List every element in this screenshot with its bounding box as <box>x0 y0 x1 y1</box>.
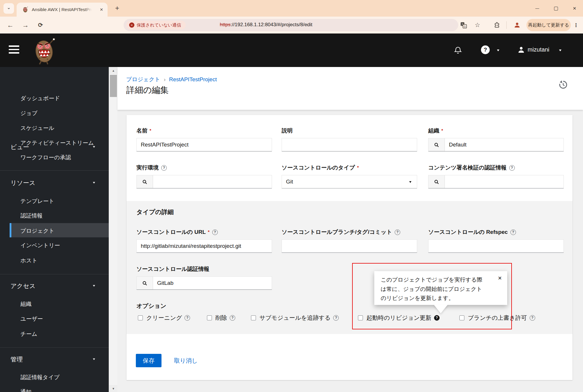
not-secure-badge[interactable]: 保護されていない通信 <box>126 21 186 29</box>
branch-override-checkbox[interactable] <box>459 315 464 320</box>
page-scrollbar[interactable] <box>109 67 117 392</box>
sidebar-item-projects[interactable]: プロジェクト <box>20 227 55 235</box>
extensions-icon[interactable] <box>493 22 500 29</box>
sidebar-item-credential-types[interactable]: 認証情報タイプ <box>20 374 59 381</box>
chevron-down-icon[interactable] <box>92 283 96 288</box>
help-icon[interactable] <box>333 315 339 321</box>
help-dropdown-caret-icon[interactable] <box>496 48 500 52</box>
scm-credential-label: ソースコントロール認証情報 <box>136 266 272 273</box>
scm-refspec-input[interactable] <box>428 239 564 253</box>
search-icon <box>434 142 439 148</box>
track-submodules-checkbox[interactable] <box>251 315 256 320</box>
breadcrumb-projects-link[interactable]: プロジェクト <box>126 76 160 83</box>
help-icon[interactable] <box>509 165 515 171</box>
tooltip-popover: このプロジェクトでジョブを実行する際は常に、ジョブの開始前にプロジェクトのリビジ… <box>374 271 507 305</box>
sidebar-divider <box>0 170 109 171</box>
sidebar-section-administration[interactable]: 管理 <box>10 355 23 363</box>
sidebar-item-workflow-approvals[interactable]: ワークフローの承認 <box>20 154 71 161</box>
svg-text:G: G <box>463 25 466 28</box>
signature-credential-search-button[interactable] <box>429 175 445 188</box>
chevron-down-icon[interactable] <box>92 180 96 185</box>
window-close-button[interactable] <box>569 3 580 14</box>
update-revision-checkbox[interactable] <box>358 315 363 320</box>
sidebar-item-schedules[interactable]: スケジュール <box>20 124 54 132</box>
awx-mascot-logo[interactable] <box>30 36 59 66</box>
window-controls <box>532 0 580 17</box>
help-icon[interactable] <box>161 165 167 171</box>
help-icon[interactable] <box>481 45 490 54</box>
help-icon[interactable] <box>510 229 516 235</box>
browser-menu-icon[interactable] <box>573 21 579 29</box>
user-icon[interactable] <box>517 46 525 54</box>
clean-checkbox[interactable] <box>138 315 143 320</box>
name-input[interactable] <box>136 138 272 151</box>
sidebar-item-credentials[interactable]: 認証情報 <box>20 212 43 220</box>
profile-avatar-icon[interactable] <box>514 22 521 29</box>
window-maximize-button[interactable] <box>550 3 561 14</box>
not-secure-icon <box>129 22 134 28</box>
scm-credential-search-button[interactable] <box>137 277 153 289</box>
nav-toggle-icon[interactable] <box>9 45 20 55</box>
sidebar-item-dashboard[interactable]: ダッシュボード <box>20 95 60 102</box>
scm-credential-input[interactable] <box>153 277 272 289</box>
cancel-link[interactable]: 取り消し <box>174 357 198 365</box>
toolbar-divider <box>506 21 507 29</box>
window-minimize-button[interactable] <box>532 3 543 14</box>
scrollbar-up-icon[interactable] <box>109 67 118 74</box>
sidebar-section-access[interactable]: アクセス <box>10 282 36 290</box>
new-tab-button[interactable] <box>113 3 122 13</box>
organization-search-button[interactable] <box>429 138 445 151</box>
breadcrumb-project-link[interactable]: RestAPITestProject <box>169 76 217 83</box>
browser-tab[interactable]: Ansible AWX | RestAPITestProjec <box>17 3 108 17</box>
translate-icon[interactable]: 文G <box>460 22 467 29</box>
save-button[interactable]: 保存 <box>136 354 161 367</box>
back-icon[interactable] <box>6 21 15 29</box>
sidebar-item-activity-stream[interactable]: アクティビティーストリーム <box>20 139 94 147</box>
description-input[interactable] <box>282 138 417 151</box>
sidebar-item-hosts[interactable]: ホスト <box>20 257 37 264</box>
bookmark-star-icon[interactable] <box>474 22 481 29</box>
sidebar-item-users[interactable]: ユーザー <box>20 315 43 323</box>
scm-branch-input[interactable] <box>282 239 417 253</box>
scm-url-input[interactable] <box>136 239 272 253</box>
chevron-down-icon[interactable] <box>92 357 96 361</box>
sidebar-item-inventories[interactable]: インベントリー <box>20 242 60 249</box>
user-dropdown-caret-icon[interactable] <box>558 48 562 52</box>
reload-icon[interactable] <box>36 21 45 29</box>
sidebar-item-templates[interactable]: テンプレート <box>20 197 54 205</box>
sidebar-item-jobs[interactable]: ジョブ <box>20 110 37 117</box>
delete-checkbox[interactable] <box>207 315 212 320</box>
forward-icon[interactable] <box>21 21 30 29</box>
url-text[interactable]: https://192.168.1.12:8043/#/projects/8/e… <box>220 22 312 28</box>
sidebar-section-resources[interactable]: リソース <box>10 179 35 187</box>
tab-title-fade <box>85 6 94 14</box>
url-scheme: https <box>220 22 231 27</box>
scm-type-select[interactable]: Git <box>282 175 417 188</box>
help-icon[interactable] <box>530 315 535 321</box>
tab-search-button[interactable] <box>3 3 14 14</box>
signature-credential-input[interactable] <box>445 175 563 188</box>
username-label[interactable]: mizutani <box>528 46 549 53</box>
execution-env-search-button[interactable] <box>137 175 153 188</box>
content-area: 名前* 説明 組織* 実行環境 <box>117 110 583 392</box>
sidebar-item-organizations[interactable]: 組織 <box>20 300 31 308</box>
notifications-bell-icon[interactable] <box>454 46 462 54</box>
tab-close-icon[interactable] <box>98 6 105 13</box>
help-icon[interactable] <box>212 229 218 235</box>
help-icon[interactable] <box>230 315 235 321</box>
scm-type-label: ソースコントロールのタイプ* <box>282 164 417 171</box>
restart-update-button[interactable]: 再起動して更新する <box>526 19 571 31</box>
sidebar-item-teams[interactable]: チーム <box>20 330 37 338</box>
option-label: 削除 <box>215 314 227 322</box>
organization-input[interactable] <box>445 138 563 151</box>
address-bar[interactable]: 保護されていない通信 https://192.168.1.12:8043/#/p… <box>124 19 458 31</box>
help-icon-active[interactable] <box>434 315 440 321</box>
help-icon[interactable] <box>395 229 400 235</box>
tooltip-close-icon[interactable] <box>498 275 502 281</box>
history-icon[interactable] <box>558 80 568 90</box>
scrollbar-down-icon[interactable] <box>109 385 118 392</box>
execution-env-input[interactable] <box>153 175 272 188</box>
scrollbar-thumb[interactable] <box>110 75 117 97</box>
help-icon[interactable] <box>185 315 190 321</box>
sidebar-item-notifications[interactable]: 通知 <box>20 388 31 392</box>
